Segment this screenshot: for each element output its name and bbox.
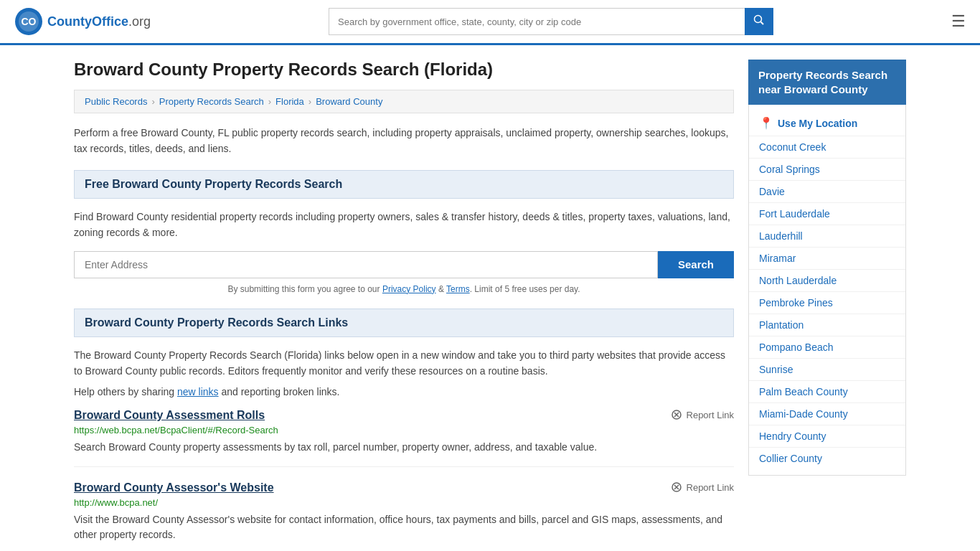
new-links-text: Help others by sharing new links and rep… [74, 386, 734, 397]
link-item-1: Broward County Assessment Rolls Report L… [74, 409, 734, 467]
links-section: Broward County Property Records Search L… [74, 309, 734, 551]
sidebar-item-link-4[interactable]: Lauderhill [759, 230, 803, 242]
header-search-area [329, 8, 773, 35]
breadcrumb-broward-county[interactable]: Broward County [316, 96, 382, 107]
link-item-2-url[interactable]: http://www.bcpa.net/ [74, 497, 734, 508]
bc-sep-3: › [308, 96, 311, 107]
sidebar-item-1: Coral Springs [749, 159, 905, 181]
breadcrumb-property-records-search[interactable]: Property Records Search [159, 96, 264, 107]
svg-line-4 [761, 22, 764, 25]
sidebar-content: 📍 Use My Location Coconut CreekCoral Spr… [748, 105, 906, 476]
use-my-location[interactable]: 📍 Use My Location [749, 110, 905, 136]
header-search-button[interactable] [745, 8, 773, 35]
sidebar: Property Records Search near Broward Cou… [748, 60, 906, 551]
free-search-section: Free Broward County Property Records Sea… [74, 170, 734, 294]
link-item-2-title[interactable]: Broward County Assessor's Website [74, 481, 274, 494]
use-my-location-link[interactable]: Use My Location [778, 118, 857, 129]
header: CO CountyOffice.org ☰ [0, 0, 980, 45]
sidebar-item-3: Fort Lauderdale [749, 203, 905, 225]
sidebar-header: Property Records Search near Broward Cou… [748, 60, 906, 105]
sidebar-item-link-5[interactable]: Miramar [759, 253, 796, 264]
disclaimer-prefix: By submitting this form you agree to our [227, 284, 382, 294]
location-pin-icon: 📍 [759, 116, 773, 130]
sidebar-item-5: Miramar [749, 248, 905, 270]
breadcrumb-public-records[interactable]: Public Records [85, 96, 147, 107]
address-input[interactable] [74, 251, 658, 278]
sidebar-item-link-11[interactable]: Palm Beach County [759, 386, 848, 397]
sidebar-item-4: Lauderhill [749, 225, 905, 248]
report-link-label-1: Report Link [687, 410, 734, 420]
link-item-2: Broward County Assessor's Website Report… [74, 481, 734, 551]
sidebar-item-13: Hendry County [749, 425, 905, 448]
privacy-policy-link[interactable]: Privacy Policy [382, 284, 436, 294]
link-item-1-header: Broward County Assessment Rolls Report L… [74, 409, 734, 422]
sidebar-item-2: Davie [749, 181, 905, 203]
address-search-row: Search [74, 251, 734, 278]
sidebar-item-link-0[interactable]: Coconut Creek [759, 141, 826, 153]
sidebar-item-link-3[interactable]: Fort Lauderdale [759, 208, 830, 220]
sidebar-item-link-12[interactable]: Miami-Dade County [759, 408, 848, 420]
sidebar-item-link-1[interactable]: Coral Springs [759, 164, 820, 175]
sidebar-item-0: Coconut Creek [749, 136, 905, 159]
disclaimer-suffix: . Limit of 5 free uses per day. [470, 284, 580, 294]
sidebar-item-8: Plantation [749, 314, 905, 336]
new-links-anchor[interactable]: new links [177, 386, 219, 397]
link-item-1-url[interactable]: https://web.bcpa.net/BcpaClient/#/Record… [74, 425, 734, 435]
logo-area: CO CountyOffice.org [14, 7, 151, 36]
sidebar-item-link-14[interactable]: Collier County [759, 453, 822, 464]
links-section-header: Broward County Property Records Search L… [74, 309, 734, 337]
link-item-2-header: Broward County Assessor's Website Report… [74, 481, 734, 494]
content-area: Broward County Property Records Search (… [74, 60, 734, 551]
sidebar-item-12: Miami-Dade County [749, 403, 905, 425]
svg-point-3 [755, 16, 762, 23]
breadcrumb-florida[interactable]: Florida [275, 96, 304, 107]
header-search-input[interactable] [329, 8, 745, 35]
report-link-label-2: Report Link [687, 482, 734, 493]
sidebar-item-6: North Lauderdale [749, 270, 905, 292]
report-link-btn-2[interactable]: Report Link [671, 481, 734, 493]
page-description: Perform a free Broward County, FL public… [74, 125, 734, 157]
sidebar-item-link-6[interactable]: North Lauderdale [759, 275, 837, 286]
sidebar-item-link-9[interactable]: Pompano Beach [759, 342, 834, 353]
search-button[interactable]: Search [658, 251, 734, 278]
menu-icon[interactable]: ☰ [951, 12, 966, 31]
logo-icon: CO [14, 7, 43, 36]
free-search-description: Find Broward County residential property… [74, 209, 734, 241]
sidebar-item-10: Sunrise [749, 359, 905, 381]
terms-link[interactable]: Terms [446, 284, 470, 294]
breadcrumb: Public Records › Property Records Search… [74, 90, 734, 113]
report-link-btn-1[interactable]: Report Link [671, 409, 734, 420]
bc-sep-2: › [268, 96, 271, 107]
page-title: Broward County Property Records Search (… [74, 60, 734, 80]
sidebar-item-9: Pompano Beach [749, 336, 905, 359]
sidebar-item-7: Pembroke Pines [749, 292, 905, 314]
sidebar-item-link-2[interactable]: Davie [759, 186, 785, 197]
form-disclaimer: By submitting this form you agree to our… [74, 284, 734, 294]
logo-text: CountyOffice.org [47, 14, 151, 29]
new-links-prefix: Help others by sharing [74, 386, 177, 397]
sidebar-item-14: Collier County [749, 448, 905, 469]
main-container: Broward County Property Records Search (… [60, 45, 920, 551]
sidebar-item-link-10[interactable]: Sunrise [759, 364, 793, 375]
svg-text:CO: CO [22, 16, 37, 27]
link-item-1-title[interactable]: Broward County Assessment Rolls [74, 409, 265, 422]
sidebar-item-link-13[interactable]: Hendry County [759, 430, 826, 442]
bc-sep-1: › [151, 96, 154, 107]
link-item-1-desc: Search Broward County property assessmen… [74, 440, 734, 455]
free-search-header: Free Broward County Property Records Sea… [74, 170, 734, 199]
sidebar-item-link-7[interactable]: Pembroke Pines [759, 297, 833, 309]
links-description: The Broward County Property Records Sear… [74, 347, 734, 380]
and-text: & [436, 284, 446, 294]
sidebar-item-link-8[interactable]: Plantation [759, 319, 804, 331]
link-item-2-desc: Visit the Broward County Assessor's webs… [74, 512, 734, 542]
new-links-suffix: and reporting broken links. [219, 386, 340, 397]
sidebar-item-11: Palm Beach County [749, 381, 905, 403]
